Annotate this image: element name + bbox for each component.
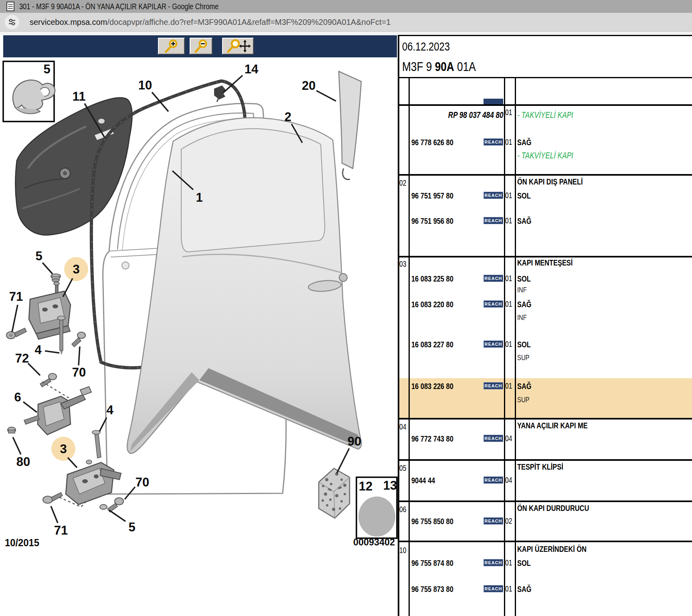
reach-badge[interactable]: REACH	[484, 138, 503, 146]
part-callout-13[interactable]: 13	[383, 478, 397, 492]
description: ÖN KAPI DURDURUCU	[517, 504, 609, 512]
part-callout-80[interactable]: 80	[16, 455, 30, 469]
description: SAĞ	[517, 585, 536, 593]
reach-badge[interactable]: REACH	[484, 340, 503, 348]
table-line	[398, 174, 692, 176]
callout-leader-line	[316, 91, 336, 101]
quantity: 01	[505, 559, 514, 567]
part-callout-70[interactable]: 70	[136, 475, 149, 489]
part-callout-5[interactable]: 5	[35, 249, 42, 263]
part-number[interactable]: 96 778 626 80	[411, 138, 465, 146]
table-line	[515, 77, 516, 616]
table-line	[398, 256, 692, 257]
magnifier-move-icon	[226, 39, 251, 53]
part-callout-14[interactable]: 14	[245, 62, 259, 76]
reach-badge[interactable]: REACH	[484, 585, 503, 592]
window-title-bar: 301 - M3F 9 90A01A - ÖN YANA AÇILIR KAPI…	[0, 0, 692, 13]
page-top-strip	[0, 31, 692, 35]
reach-badge[interactable]: REACH	[484, 217, 503, 224]
tune-icon	[7, 17, 17, 27]
callout-leader-line	[63, 278, 73, 297]
part-number[interactable]: 9044 44	[411, 476, 442, 484]
part-number[interactable]: RP 98 037 484 80	[433, 111, 504, 120]
part-number[interactable]: 16 083 220 80	[411, 300, 465, 308]
description: SAĞ	[517, 138, 536, 146]
magnifier-plus-icon	[163, 39, 180, 53]
part-number[interactable]: 96 751 956 80	[411, 217, 465, 225]
highlighted-row	[399, 378, 692, 418]
part-callout-5[interactable]: 5	[43, 62, 50, 76]
part-callout-3[interactable]: 3	[73, 262, 79, 276]
url-text[interactable]: servicebox.mpsa.com/docapvpr/affiche.do?…	[30, 18, 391, 27]
callout-leader-line	[42, 263, 53, 274]
reach-badge[interactable]: REACH	[484, 300, 503, 308]
reach-badge[interactable]: REACH	[484, 517, 503, 525]
reach-badge[interactable]: REACH	[484, 275, 503, 282]
description: ÖN KAPI DIŞ PANELİ	[517, 177, 601, 186]
part-callout-72[interactable]: 72	[15, 351, 29, 365]
site-settings-button[interactable]	[5, 15, 19, 29]
reach-badge[interactable]: REACH	[484, 192, 503, 199]
part-callout-90[interactable]: 90	[348, 434, 361, 448]
zoom-in-button[interactable]	[158, 38, 185, 55]
part-callout-3[interactable]: 3	[60, 442, 67, 456]
quantity: 01	[505, 191, 514, 199]
diagram-toolbar	[3, 35, 397, 57]
description: SOL	[517, 191, 534, 200]
callout-leader-line	[13, 437, 21, 454]
description: INF	[517, 286, 530, 294]
description: - TAKVİYELİ KAPI	[517, 151, 589, 160]
callout-leader-line	[68, 458, 77, 468]
zoom-pan-button[interactable]	[222, 38, 254, 55]
part-callout-4[interactable]: 4	[106, 403, 113, 417]
part-callout-11[interactable]: 11	[73, 89, 86, 103]
group-code: 03	[399, 260, 408, 268]
part-callout-10[interactable]: 10	[138, 78, 152, 92]
part-number[interactable]: 96 751 957 80	[411, 191, 465, 200]
table-line	[398, 77, 692, 78]
part-callout-4[interactable]: 4	[34, 343, 42, 357]
part-callout-6[interactable]: 6	[14, 390, 21, 404]
reach-badge[interactable]: REACH	[484, 476, 503, 484]
description: SAĞ	[517, 217, 536, 225]
part-number[interactable]: 96 772 743 80	[411, 434, 465, 443]
part-callout-70[interactable]: 70	[72, 365, 86, 379]
part-callout-2[interactable]: 2	[284, 110, 291, 124]
callout-leader-line	[223, 75, 243, 93]
zoom-out-button[interactable]	[190, 38, 212, 55]
table-line	[398, 35, 399, 616]
diagram-date: 10/2015	[5, 537, 39, 549]
description: SUP	[517, 354, 533, 361]
part-callout-12[interactable]: 12	[359, 479, 372, 493]
part-callout-5[interactable]: 5	[128, 520, 135, 534]
pillar-trim	[339, 71, 361, 179]
part-number[interactable]: 96 755 874 80	[411, 559, 465, 567]
reach-badge[interactable]: REACH	[484, 435, 503, 442]
quantity: 01	[505, 217, 514, 225]
callout-leader-line	[79, 346, 80, 365]
group-code: 05	[399, 464, 408, 472]
part-number[interactable]: 96 755 850 80	[411, 517, 465, 525]
reach-badge[interactable]: REACH	[484, 559, 503, 566]
parts-diagram: 10/2015 00093402 51110142021537147270680…	[0, 57, 398, 616]
description: KAPI MENTEŞESİ	[517, 258, 588, 267]
part-callout-71[interactable]: 71	[54, 523, 68, 537]
part-number[interactable]: 16 083 225 80	[411, 274, 465, 283]
part-callout-1[interactable]: 1	[196, 190, 202, 205]
part-number[interactable]: 96 755 873 80	[411, 585, 465, 593]
reach-badge[interactable]: REACH	[484, 382, 503, 389]
part-callout-71[interactable]: 71	[9, 290, 23, 304]
table-line	[504, 77, 505, 616]
callout-leader-line	[23, 402, 37, 412]
part-number[interactable]: 16 083 227 80	[411, 340, 465, 349]
description: SAĞ	[517, 382, 536, 390]
description: KAPI ÜZERİNDEKİ ÖN	[517, 545, 606, 553]
description: SOL	[517, 340, 534, 349]
part-number[interactable]: 16 083 226 80	[411, 382, 465, 390]
description: SOL	[517, 559, 534, 567]
document-icon	[6, 2, 14, 11]
part-callout-20[interactable]: 20	[302, 79, 316, 93]
group-code: 04	[399, 423, 408, 431]
description: - TAKVİYELİ KAPI	[517, 111, 589, 120]
address-bar[interactable]: servicebox.mpsa.com/docapvpr/affiche.do?…	[0, 13, 692, 31]
